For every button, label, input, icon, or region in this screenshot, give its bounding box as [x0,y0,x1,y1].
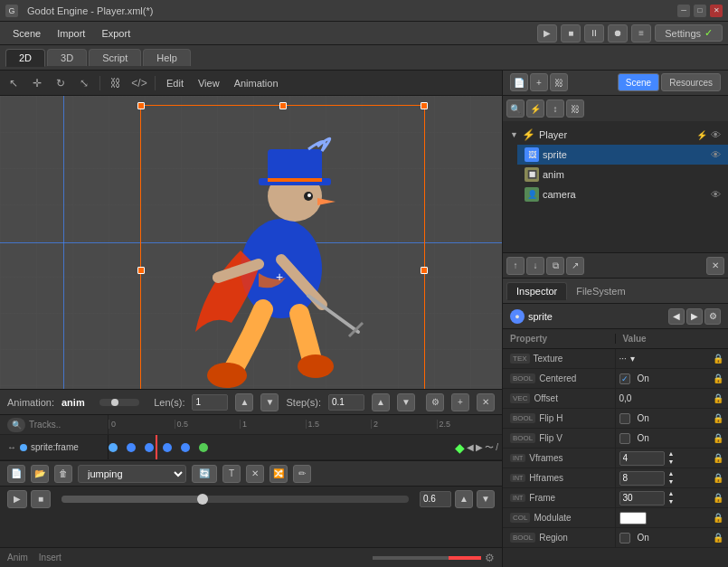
menu-scene[interactable]: Scene [5,25,48,42]
play-anim-button[interactable]: ▶ [7,490,27,508]
color-swatch-modulate[interactable] [619,512,647,524]
keyframe-1[interactable] [127,443,136,452]
speed-input[interactable] [420,491,451,507]
nav-back[interactable]: ◀ [668,308,685,325]
step-up-btn[interactable]: ▲ [372,393,390,411]
keyframe-linear[interactable]: / [496,442,498,452]
animation-name-select[interactable]: jumping [78,465,186,483]
menu-import[interactable]: Import [50,25,92,42]
speed-down[interactable]: ▼ [477,490,495,508]
rotate-tool[interactable]: ↻ [51,74,71,92]
anim-delete-btn[interactable]: ✕ [246,465,264,483]
input-vframes[interactable] [619,451,665,466]
open-file-btn[interactable]: 📂 [31,465,49,483]
close-button[interactable]: ✕ [710,5,723,17]
prop-lock-fliph[interactable]: 🔒 [712,412,724,425]
settings-button[interactable]: Settings ✓ [655,24,723,42]
add-file-btn[interactable]: 📄 [7,465,25,483]
len-up-btn[interactable]: ▲ [235,393,253,411]
duplicate-btn[interactable]: ⧉ [546,257,564,275]
vframes-down[interactable]: ▼ [668,458,675,466]
checkbox-centered[interactable] [619,373,630,384]
prop-lock-offset[interactable]: 🔒 [712,392,724,405]
more-button[interactable]: ≡ [631,24,651,43]
keyframe-nav-left[interactable]: ◀ [467,442,474,452]
tree-item-sprite[interactable]: 🖼 sprite 👁 [517,145,728,165]
new-scene-btn[interactable]: 📄 [510,73,528,91]
frame-up[interactable]: ▲ [668,490,675,497]
close-scene-btn[interactable]: ✕ [706,257,724,275]
keyframe-3[interactable] [163,443,172,452]
tab-3d[interactable]: 3D [47,49,87,66]
anim-shuffle-btn[interactable]: 🔀 [269,465,288,483]
sort-btn[interactable]: ⚡ [526,99,544,118]
maximize-button[interactable]: □ [694,5,706,17]
keyframe-0[interactable] [109,443,118,452]
speed-up[interactable]: ▲ [455,490,473,508]
prop-lock-centered[interactable]: 🔒 [712,373,724,385]
handle-ml[interactable] [137,267,145,274]
keyframe-2[interactable] [145,443,154,452]
hframes-up[interactable]: ▲ [668,470,675,477]
keyframe-4[interactable] [181,443,190,452]
speed-slider[interactable] [61,496,409,503]
frame-spinbox[interactable]: ▲ ▼ [668,490,675,506]
track-content[interactable]: ◆ ◀ ▶ 〜 / [109,435,502,459]
keyframe-graph[interactable]: 〜 [485,441,494,454]
timeline-options[interactable]: ⚙ [426,393,444,411]
prop-value-texture[interactable]: ··· ▾ 🔒 [616,353,729,365]
vframes-spinbox[interactable]: ▲ ▼ [668,450,675,466]
link-tool[interactable]: ⛓ [106,74,126,92]
player-visibility-icon[interactable]: 👁 [711,129,721,140]
hframes-down[interactable]: ▼ [668,478,675,486]
sprite-visibility-icon[interactable]: 👁 [711,149,721,160]
stop-anim-button[interactable]: ■ [31,490,51,508]
checkbox-fliph[interactable] [619,413,630,424]
prop-lock-region[interactable]: 🔒 [712,532,724,544]
anim-loop-btn[interactable]: 🔄 [192,465,217,483]
record-button[interactable]: ⏺ [608,24,628,43]
tab-inspector[interactable]: Inspector [506,282,567,300]
pause-button[interactable]: ⏸ [584,24,604,43]
len-input[interactable] [192,394,228,411]
play-button[interactable]: ▶ [537,24,557,43]
handle-tl[interactable] [137,102,145,109]
filter-btn[interactable]: 🔍 [506,99,525,118]
group-btn[interactable]: ⛓ [566,99,584,118]
scene-tab-scene[interactable]: Scene [618,73,659,91]
timeline-close[interactable]: ✕ [477,393,495,411]
handle-tc[interactable] [279,102,287,109]
keyframe-nav-right[interactable]: ▶ [476,442,483,452]
export-btn[interactable]: ↗ [566,257,584,275]
keyframe-add[interactable]: ◆ [455,440,465,455]
prop-lock-modulate[interactable]: 🔒 [712,512,724,524]
minimize-button[interactable]: ─ [677,5,690,17]
add-node-btn[interactable]: + [530,73,548,91]
scene-tab-resources[interactable]: Resources [661,73,721,91]
len-down-btn[interactable]: ▼ [260,393,279,411]
step-input[interactable] [328,394,364,411]
hframes-spinbox[interactable]: ▲ ▼ [668,470,675,486]
anim-edit-btn[interactable]: T [222,465,241,483]
animation-menu[interactable]: Animation [229,76,284,90]
prop-lock-hframes[interactable]: 🔒 [712,472,724,485]
prop-lock-texture[interactable]: 🔒 [712,353,724,365]
speed-slider-thumb[interactable] [197,494,208,505]
tree-item-player[interactable]: ▼ ⚡ Player ⚡ 👁 [503,125,728,145]
nav-forward[interactable]: ▶ [686,308,703,325]
timeline-scrubber[interactable] [111,399,118,406]
canvas-area[interactable]: + [0,96,502,389]
tree-item-anim[interactable]: 🔲 anim [517,165,728,184]
move-tool[interactable]: ✛ [27,74,47,92]
checkbox-flipv[interactable] [619,433,630,444]
tab-2d[interactable]: 2D [5,49,45,67]
scale-tool[interactable]: ⤡ [74,74,94,92]
tracks-search-btn[interactable]: 🔍 [7,418,25,432]
tab-help[interactable]: Help [143,49,191,66]
prop-lock-flipv[interactable]: 🔒 [712,432,724,445]
cursor-tool[interactable]: ↖ [4,74,24,92]
move-up-btn[interactable]: ↑ [506,257,525,275]
edit-menu[interactable]: Edit [161,76,189,90]
add-track-btn[interactable]: + [451,393,469,411]
tab-filesystem[interactable]: FileSystem [567,283,634,299]
